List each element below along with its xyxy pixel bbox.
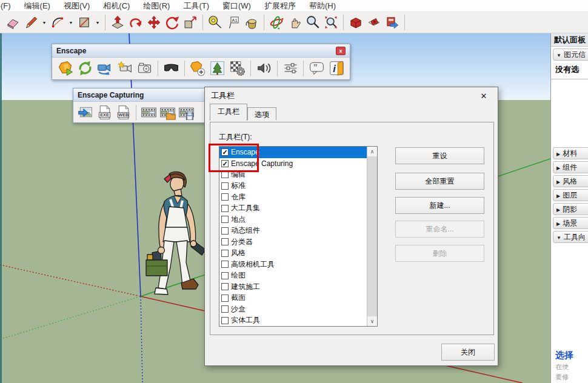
tape-measure-tool-icon[interactable] — [206, 13, 224, 32]
extension-tool-2-icon[interactable] — [365, 13, 383, 32]
toolbar-list-row[interactable]: 绘图 — [219, 270, 367, 282]
extension-tool-1-icon[interactable] — [347, 13, 365, 32]
unchecked-checkbox[interactable] — [221, 182, 229, 190]
unchecked-checkbox[interactable] — [221, 283, 229, 290]
toolbar-list-row[interactable]: 标准 — [219, 181, 367, 192]
toolbar-list-row[interactable]: 实体工具 — [219, 315, 367, 327]
menu-item-工具T[interactable]: 工具(T) — [176, 1, 216, 12]
unchecked-checkbox[interactable] — [221, 295, 229, 302]
panel-section-场景[interactable]: ▶场景 — [553, 217, 588, 229]
create-view-icon[interactable] — [115, 59, 135, 78]
video-editor-icon[interactable] — [139, 103, 158, 122]
toolbar-list-row[interactable]: 风格 — [219, 248, 367, 259]
close-dialog-button[interactable]: 关闭 — [441, 344, 495, 361]
render-image-icon[interactable] — [76, 103, 95, 122]
sound-source-icon[interactable] — [254, 59, 274, 78]
tab-options[interactable]: 选项 — [247, 107, 276, 120]
toolbar-list-row[interactable]: 动态组件 — [219, 225, 367, 237]
export-web-icon[interactable]: WEB — [114, 103, 133, 122]
menu-item-扩展程序[interactable]: 扩展程序 — [258, 1, 302, 12]
asset-library-icon[interactable] — [207, 59, 227, 78]
menu-item-编辑E[interactable]: 编辑(E) — [18, 1, 57, 12]
toolbar-list-row[interactable]: 仓库 — [219, 192, 367, 203]
toolbar-list-row[interactable]: 建筑施工 — [219, 281, 367, 293]
menu-item-帮助H[interactable]: 帮助(H) — [302, 1, 342, 12]
zoom-tool-icon[interactable] — [304, 13, 322, 32]
enscape-window-titlebar[interactable]: Enscape x — [52, 44, 350, 58]
dialog-button-1[interactable]: 全部重置 — [395, 173, 484, 190]
panel-section-图层[interactable]: ▶图层 — [553, 189, 588, 201]
shape-tool-icon[interactable] — [75, 13, 93, 32]
menu-item-视图V[interactable]: 视图(V) — [57, 1, 96, 12]
send-to-layout-icon[interactable] — [383, 13, 401, 32]
save-video-path-icon[interactable] — [177, 103, 196, 122]
toolbar-list-row[interactable]: 截面 — [219, 293, 367, 304]
line-tool-icon[interactable] — [22, 13, 40, 32]
shape-tool-dropdown-icon[interactable]: ▼ — [93, 13, 102, 32]
dialog-titlebar[interactable]: 工具栏 ✕ — [205, 87, 498, 104]
unchecked-checkbox[interactable] — [221, 261, 229, 268]
orbit-tool-icon[interactable] — [267, 13, 286, 32]
panel-section-组件[interactable]: ▶组件 — [553, 161, 588, 173]
unchecked-checkbox[interactable] — [221, 205, 229, 212]
enable-vr-icon[interactable] — [161, 59, 181, 78]
close-icon[interactable]: x — [336, 47, 346, 55]
about-enscape-icon[interactable]: i — [327, 59, 347, 78]
export-exe-icon[interactable]: EXE — [95, 103, 114, 122]
person-figure[interactable] — [142, 170, 206, 301]
add-asset-icon[interactable] — [188, 59, 208, 78]
menu-item-绘图R[interactable]: 绘图(R) — [136, 1, 176, 12]
unchecked-checkbox[interactable] — [221, 305, 229, 313]
unchecked-checkbox[interactable] — [221, 317, 229, 324]
dimension-text-tool-icon[interactable]: A1 — [224, 13, 242, 32]
panel-section-材料[interactable]: ▶材料 — [553, 147, 588, 159]
unchecked-checkbox[interactable] — [221, 171, 229, 178]
push-pull-tool-icon[interactable] — [109, 13, 127, 32]
live-view-sync-icon[interactable] — [95, 59, 115, 78]
scale-tool-icon[interactable] — [181, 13, 199, 32]
feedback-icon[interactable]: ’’ — [307, 59, 327, 78]
capturing-window-titlebar[interactable]: Enscape Capturing — [73, 88, 212, 102]
arc-tool-icon[interactable] — [48, 13, 67, 32]
follow-me-tool-icon[interactable] — [127, 13, 145, 32]
unchecked-checkbox[interactable] — [221, 250, 229, 257]
menu-item-窗口W[interactable]: 窗口(W) — [216, 1, 258, 12]
unchecked-checkbox[interactable] — [221, 272, 229, 279]
scrollbar-track[interactable] — [367, 156, 377, 316]
zoom-extents-tool-icon[interactable] — [322, 13, 340, 32]
toolbar-list-row[interactable]: 分类器 — [219, 236, 367, 248]
panel-section-阴影[interactable]: ▶阴影 — [553, 203, 588, 215]
paint-bucket-tool-icon[interactable] — [242, 13, 261, 32]
unchecked-checkbox[interactable] — [221, 227, 229, 235]
list-scrollbar[interactable]: ∧ ∨ — [367, 147, 377, 326]
move-tool-icon[interactable] — [145, 13, 163, 32]
load-video-path-icon[interactable] — [158, 103, 177, 122]
scroll-up-icon[interactable]: ∧ — [367, 147, 377, 156]
menu-item-文件F[interactable]: 文件(F) — [0, 1, 18, 12]
unchecked-checkbox[interactable] — [221, 193, 229, 201]
start-enscape-icon[interactable] — [55, 59, 75, 78]
eraser-tool-icon[interactable] — [4, 13, 22, 32]
toolbar-list-row[interactable]: 沙盒 — [219, 304, 367, 315]
line-tool-dropdown-icon[interactable]: ▼ — [40, 13, 48, 32]
panel-section-工具向[interactable]: ▼工具向 — [553, 231, 588, 243]
pan-tool-icon[interactable] — [286, 13, 304, 32]
rotate-tool-icon[interactable] — [163, 13, 181, 32]
visual-settings-icon[interactable] — [281, 59, 301, 78]
unchecked-checkbox[interactable] — [221, 238, 229, 245]
toolbar-list-row[interactable]: 大工具集 — [219, 203, 367, 215]
menu-item-相机C[interactable]: 相机(C) — [96, 1, 136, 12]
toolbar-list-row[interactable]: 地点 — [219, 214, 367, 225]
dialog-button-2[interactable]: 新建... — [395, 197, 484, 214]
panel-section-风格[interactable]: ▶风格 — [553, 175, 588, 187]
dialog-button-0[interactable]: 重设 — [395, 147, 484, 164]
arc-tool-dropdown-icon[interactable]: ▼ — [67, 13, 75, 32]
scroll-down-icon[interactable]: ∨ — [367, 316, 377, 326]
take-screenshot-icon[interactable] — [135, 59, 155, 78]
unchecked-checkbox[interactable] — [221, 216, 229, 223]
synchronize-updates-icon[interactable] — [75, 59, 95, 78]
material-editor-icon[interactable] — [227, 59, 247, 78]
toolbar-list-row[interactable]: 高级相机工具 — [219, 259, 367, 270]
tab-toolbars[interactable]: 工具栏 — [210, 104, 247, 121]
close-icon[interactable]: ✕ — [476, 92, 492, 101]
